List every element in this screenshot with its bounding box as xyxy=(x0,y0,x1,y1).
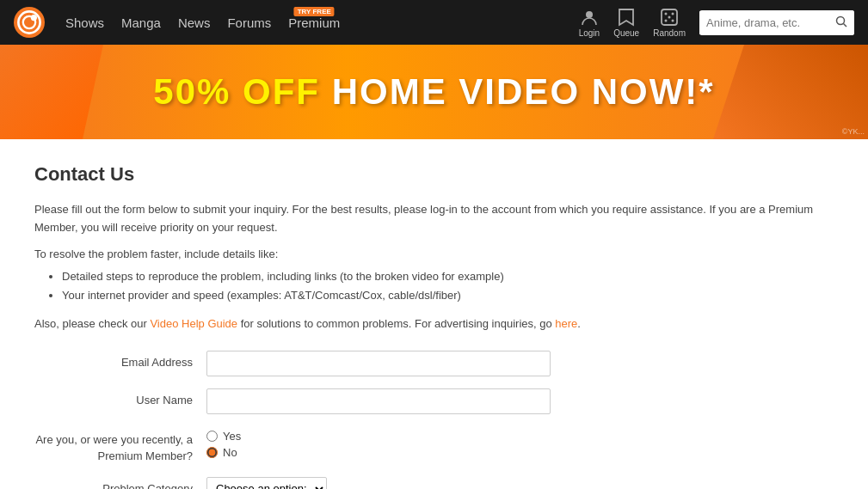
also-after: . xyxy=(577,317,581,330)
svg-point-3 xyxy=(31,15,37,21)
email-field-wrapper xyxy=(206,351,551,376)
svg-point-11 xyxy=(837,16,845,24)
try-free-badge: TRY FREE xyxy=(294,7,335,16)
premium-yes-radio[interactable] xyxy=(206,431,218,442)
svg-point-7 xyxy=(672,12,674,15)
random-icon xyxy=(660,8,679,27)
search-bar xyxy=(699,10,854,35)
svg-line-12 xyxy=(844,23,847,27)
random-button[interactable]: Random xyxy=(653,8,686,38)
banner-left-decoration xyxy=(0,45,103,139)
nav-links: Shows Manga News Forums TRY FREE Premium xyxy=(65,15,558,30)
username-input[interactable] xyxy=(206,388,551,414)
svg-point-10 xyxy=(668,15,671,18)
nav-premium[interactable]: TRY FREE Premium xyxy=(288,15,340,30)
nav-right: Login Queue Random xyxy=(579,8,854,38)
nav-shows[interactable]: Shows xyxy=(65,15,104,30)
tip-2: Your internet provider and speed (exampl… xyxy=(62,286,834,305)
page-title: Contact Us xyxy=(34,163,834,186)
contact-form: Email Address User Name Are you, or were… xyxy=(34,351,834,489)
logo[interactable] xyxy=(14,7,45,38)
login-icon xyxy=(580,8,599,27)
category-row: Problem Category Choose an option: Techn… xyxy=(34,477,834,489)
banner-text: 50% OFF HOME VIDEO NOW!* xyxy=(153,71,714,113)
svg-point-8 xyxy=(665,19,668,21)
svg-point-6 xyxy=(665,12,668,15)
premium-yes-text: Yes xyxy=(223,430,241,443)
premium-label: Are you, or were you recently, aPremium … xyxy=(34,426,206,465)
tips-lead: To resolve the problem faster, include d… xyxy=(34,248,834,260)
svg-point-9 xyxy=(672,19,674,21)
email-label: Email Address xyxy=(34,351,206,369)
premium-no-radio[interactable] xyxy=(206,447,218,458)
search-icon xyxy=(835,15,847,28)
video-help-link[interactable]: Video Help Guide xyxy=(150,317,237,330)
search-button[interactable] xyxy=(828,10,854,35)
username-field-wrapper xyxy=(206,388,551,414)
premium-field-wrapper: Yes No xyxy=(206,426,551,459)
main-content: Contact Us Please fill out the form belo… xyxy=(0,139,868,489)
banner-right-decoration xyxy=(713,45,868,139)
email-row: Email Address xyxy=(34,351,834,376)
search-input[interactable] xyxy=(699,11,828,34)
category-field-wrapper: Choose an option: Technical Issue Billin… xyxy=(206,477,551,489)
premium-radio-group: Yes No xyxy=(206,426,551,459)
category-label: Problem Category xyxy=(34,477,206,489)
queue-icon xyxy=(617,8,636,27)
nav-forums[interactable]: Forums xyxy=(227,15,271,30)
login-button[interactable]: Login xyxy=(579,8,600,38)
also-before: Also, please check our xyxy=(34,317,150,330)
category-select[interactable]: Choose an option: Technical Issue Billin… xyxy=(206,477,327,489)
nav-news[interactable]: News xyxy=(178,15,211,30)
crunchyroll-logo-icon xyxy=(14,7,45,38)
nav-manga[interactable]: Manga xyxy=(121,15,161,30)
also-text: Also, please check our Video Help Guide … xyxy=(34,317,834,330)
svg-point-4 xyxy=(586,11,593,18)
navbar: Shows Manga News Forums TRY FREE Premium… xyxy=(0,0,868,45)
queue-button[interactable]: Queue xyxy=(613,8,639,38)
tips-list: Detailed steps to reproduce the problem,… xyxy=(34,267,834,305)
premium-no-text: No xyxy=(223,446,237,459)
email-input[interactable] xyxy=(206,351,551,376)
banner-watermark: ©YK... xyxy=(842,127,865,136)
username-row: User Name xyxy=(34,388,834,414)
premium-row: Are you, or were you recently, aPremium … xyxy=(34,426,834,465)
banner: 50% OFF HOME VIDEO NOW!* ©YK... xyxy=(0,45,868,139)
here-link[interactable]: here xyxy=(555,317,577,330)
premium-yes-label[interactable]: Yes xyxy=(206,430,551,443)
username-label: User Name xyxy=(34,388,206,406)
premium-no-label[interactable]: No xyxy=(206,446,551,459)
intro-text: Please fill out the form below to submit… xyxy=(34,201,834,237)
tip-1: Detailed steps to reproduce the problem,… xyxy=(62,267,834,286)
also-middle: for solutions to common problems. For ad… xyxy=(237,317,555,330)
